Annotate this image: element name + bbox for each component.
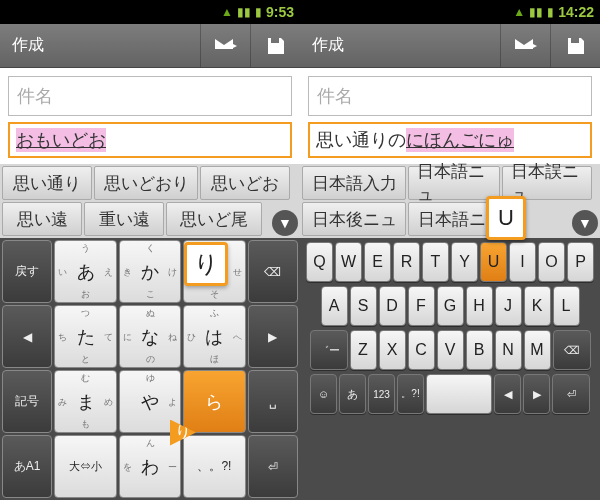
backspace-key[interactable]: ⌫ <box>553 330 591 370</box>
mode-key[interactable]: あA1 <box>2 435 52 498</box>
send-icon <box>515 37 537 55</box>
candidate[interactable]: 重い遠 <box>84 202 164 236</box>
candidate[interactable]: 思いど尾 <box>166 202 262 236</box>
subject-field[interactable]: 件名 <box>8 76 292 116</box>
qwerty-row-2: A S D F G H J K L <box>302 286 598 326</box>
key-f[interactable]: F <box>408 286 435 326</box>
page-title: 作成 <box>300 35 500 56</box>
enter-key[interactable]: ⏎ <box>552 374 590 414</box>
actionbar: 作成 <box>0 24 300 68</box>
cursor-left-key[interactable]: ◀ <box>2 305 52 368</box>
key-h[interactable]: H <box>466 286 493 326</box>
space-key[interactable]: ␣ <box>248 370 298 433</box>
key-t[interactable]: T <box>422 242 449 282</box>
daku-key[interactable]: ゛ー <box>310 330 348 370</box>
key-popup: U <box>486 196 526 240</box>
key-m[interactable]: M <box>524 330 551 370</box>
save-button[interactable] <box>550 24 600 67</box>
key-u[interactable]: U <box>480 242 507 282</box>
qwerty-row-1: Q W E R T Y U I O P <box>302 242 598 282</box>
page-title: 作成 <box>0 35 200 56</box>
cursor-right-key[interactable]: ▶ <box>248 305 298 368</box>
key-ta[interactable]: つちたてと <box>54 305 116 368</box>
mode-key[interactable]: あ <box>339 374 366 414</box>
key-q[interactable]: Q <box>306 242 333 282</box>
enter-key[interactable]: ⏎ <box>248 435 298 498</box>
key-a[interactable]: ういあえお <box>54 240 116 303</box>
flick-popup: り <box>184 242 228 286</box>
cursor-right-key[interactable]: ▶ <box>523 374 550 414</box>
num-key[interactable]: 123 <box>368 374 395 414</box>
battery-icon: ▮ <box>547 5 554 19</box>
key-ha[interactable]: ふひはへほ <box>183 305 245 368</box>
key-e[interactable]: E <box>364 242 391 282</box>
subject-field[interactable]: 件名 <box>308 76 592 116</box>
save-icon <box>566 36 586 56</box>
key-na[interactable]: ぬになねの <box>119 305 181 368</box>
body-field[interactable]: おもいどお <box>8 122 292 158</box>
key-w[interactable]: W <box>335 242 362 282</box>
symbol-key[interactable]: 記号 <box>2 370 52 433</box>
key-v[interactable]: V <box>437 330 464 370</box>
save-icon <box>266 36 286 56</box>
body-field[interactable]: 思い通りのにほんごにゅ <box>308 122 592 158</box>
qwerty-keyboard: U Q W E R T Y U I O P A S D F G H J K L … <box>300 238 600 500</box>
statusbar: ▲ ▮▮ ▮ 9:53 <box>0 0 300 24</box>
composing-text: にほんごにゅ <box>406 128 514 152</box>
key-y[interactable]: Y <box>451 242 478 282</box>
key-c[interactable]: C <box>408 330 435 370</box>
key-k[interactable]: K <box>524 286 551 326</box>
key-o[interactable]: O <box>538 242 565 282</box>
key-x[interactable]: X <box>379 330 406 370</box>
expand-candidates-button[interactable]: ▼ <box>272 210 298 236</box>
key-n[interactable]: N <box>495 330 522 370</box>
key-d[interactable]: D <box>379 286 406 326</box>
send-button[interactable] <box>500 24 550 67</box>
phone-left: ▲ ▮▮ ▮ 9:53 作成 件名 おもいどお 思い通り 思いどおり 思いどお … <box>0 0 300 500</box>
candidate-bar: 日本語入力 日本語ニュ 日本誤ニュ 日本後ニュ 日本語ニュ ▼ <box>300 164 600 238</box>
wifi-icon: ▲ <box>221 5 233 19</box>
key-g[interactable]: G <box>437 286 464 326</box>
key-j[interactable]: J <box>495 286 522 326</box>
expand-candidates-button[interactable]: ▼ <box>572 210 598 236</box>
punct-key[interactable]: 、。?! <box>183 435 245 498</box>
candidate[interactable]: 日本誤ニュ <box>502 166 592 200</box>
candidate-bar: 思い通り 思いどおり 思いどお 思い遠 重い遠 思いど尾 ▼ <box>0 164 300 238</box>
daku-key[interactable]: 大⇔小 <box>54 435 116 498</box>
backspace-key[interactable]: ⌫ <box>248 240 298 303</box>
kana-keyboard: り 戻す ういあえお くきかけこ すしさせそ ⌫ ◀ つちたてと ぬになねの ふ… <box>0 238 300 500</box>
status-time: 9:53 <box>266 4 294 20</box>
fixed-text: 思い通りの <box>316 128 406 152</box>
send-button[interactable] <box>200 24 250 67</box>
undo-key[interactable]: 戻す <box>2 240 52 303</box>
candidate[interactable]: 思いどおり <box>94 166 198 200</box>
key-i[interactable]: I <box>509 242 536 282</box>
cursor-left-key[interactable]: ◀ <box>494 374 521 414</box>
space-key[interactable] <box>426 374 492 414</box>
candidate[interactable]: 思い通り <box>2 166 92 200</box>
key-ka[interactable]: くきかけこ <box>119 240 181 303</box>
statusbar: ▲ ▮▮ ▮ 14:22 <box>300 0 600 24</box>
key-a[interactable]: A <box>321 286 348 326</box>
composing-text: おもいどお <box>16 128 106 152</box>
send-icon <box>215 37 237 55</box>
key-s[interactable]: S <box>350 286 377 326</box>
candidate[interactable]: 日本後ニュ <box>302 202 406 236</box>
key-ra[interactable]: ら <box>183 370 245 433</box>
candidate[interactable]: 思いどお <box>200 166 290 200</box>
save-button[interactable] <box>250 24 300 67</box>
key-p[interactable]: P <box>567 242 594 282</box>
key-z[interactable]: Z <box>350 330 377 370</box>
key-ma[interactable]: むみまめも <box>54 370 116 433</box>
emoji-key[interactable]: ☺ <box>310 374 337 414</box>
key-l[interactable]: L <box>553 286 580 326</box>
key-b[interactable]: B <box>466 330 493 370</box>
candidate[interactable]: 日本語入力 <box>302 166 406 200</box>
status-time: 14:22 <box>558 4 594 20</box>
candidate[interactable]: 思い遠 <box>2 202 82 236</box>
candidate[interactable]: 日本語ニュ <box>408 166 500 200</box>
battery-icon: ▮ <box>255 5 262 19</box>
punct-key[interactable]: 。?! <box>397 374 424 414</box>
qwerty-row-3: ゛ー Z X C V B N M ⌫ <box>302 330 598 370</box>
key-r[interactable]: R <box>393 242 420 282</box>
